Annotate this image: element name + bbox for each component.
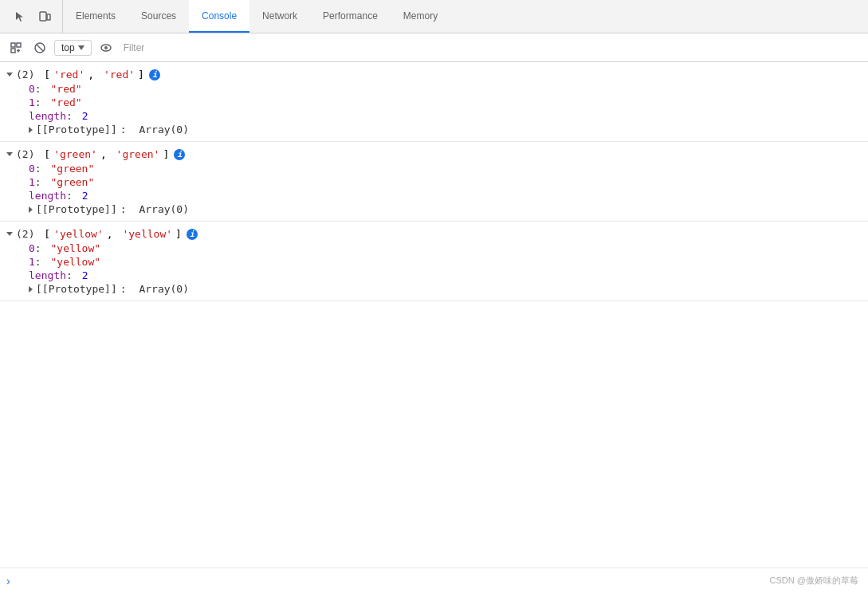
array-row-green-0: 0 : "green" bbox=[22, 162, 868, 175]
prototype-row-green[interactable]: [[Prototype]] : Array(0) bbox=[22, 202, 868, 216]
clear-console-button[interactable] bbox=[30, 38, 49, 57]
tab-console[interactable]: Console bbox=[189, 0, 249, 33]
array-row-red-1: 1 : "red" bbox=[22, 96, 868, 109]
svg-rect-0 bbox=[40, 12, 46, 21]
array-row-yellow-length: length : 2 bbox=[22, 269, 868, 282]
array-body-green: 0 : "green" 1 : "green" length : 2 [[Pro… bbox=[0, 162, 868, 216]
array-body-red: 0 : "red" 1 : "red" length : 2 [[Prototy… bbox=[0, 82, 868, 136]
array-row-yellow-0: 0 : "yellow" bbox=[22, 242, 868, 255]
array-header-green[interactable]: (2) [ 'green' , 'green' ] i bbox=[0, 147, 868, 162]
array-header-red[interactable]: (2) [ 'red' , 'red' ] i bbox=[0, 67, 868, 82]
eye-icon[interactable] bbox=[96, 38, 116, 57]
prototype-expand-icon-green bbox=[29, 206, 33, 213]
array-header-yellow[interactable]: (2) [ 'yellow' , 'yellow' ] i bbox=[0, 226, 868, 242]
expand-icon-green bbox=[6, 152, 13, 156]
array-row-yellow-1: 1 : "yellow" bbox=[22, 255, 868, 269]
tab-elements[interactable]: Elements bbox=[63, 0, 128, 33]
info-icon-yellow[interactable]: i bbox=[187, 229, 198, 240]
tab-bar: Elements Sources Console Network Perform… bbox=[0, 0, 868, 33]
prototype-row-red[interactable]: [[Prototype]] : Array(0) bbox=[22, 123, 868, 136]
prototype-expand-icon-red bbox=[29, 127, 33, 133]
svg-rect-4 bbox=[11, 49, 15, 53]
device-icon[interactable] bbox=[35, 7, 54, 26]
prompt-chevron-icon: › bbox=[6, 575, 10, 587]
array-row-red-length: length : 2 bbox=[22, 109, 868, 123]
prototype-row-yellow[interactable]: [[Prototype]] : Array(0) bbox=[22, 282, 868, 296]
info-icon-green[interactable]: i bbox=[174, 149, 185, 160]
array-row-green-length: length : 2 bbox=[22, 189, 868, 202]
array-row-red-0: 0 : "red" bbox=[22, 82, 868, 96]
tab-sources[interactable]: Sources bbox=[128, 0, 189, 33]
array-body-yellow: 0 : "yellow" 1 : "yellow" length : 2 [[P… bbox=[0, 242, 868, 296]
tab-network[interactable]: Network bbox=[249, 0, 310, 33]
run-script-button[interactable] bbox=[6, 38, 26, 57]
array-block-yellow: (2) [ 'yellow' , 'yellow' ] i 0 : "yello… bbox=[0, 222, 868, 301]
console-output: (2) [ 'red' , 'red' ] i 0 : "red" 1 : "r… bbox=[0, 62, 868, 567]
array-block-green: (2) [ 'green' , 'green' ] i 0 : "green" … bbox=[0, 142, 868, 222]
svg-rect-3 bbox=[17, 43, 21, 47]
console-toolbar: top bbox=[0, 33, 868, 62]
watermark: CSDN @傲娇味的草莓 bbox=[770, 575, 858, 587]
devtools-icons bbox=[3, 0, 63, 33]
svg-line-6 bbox=[37, 45, 43, 51]
expand-icon-yellow bbox=[6, 232, 13, 236]
expand-icon-red bbox=[6, 73, 13, 77]
cursor-icon[interactable] bbox=[11, 7, 30, 26]
svg-rect-2 bbox=[11, 43, 15, 47]
context-selector[interactable]: top bbox=[54, 40, 92, 56]
svg-rect-1 bbox=[47, 14, 50, 20]
tab-performance[interactable]: Performance bbox=[310, 0, 391, 33]
array-row-green-1: 1 : "green" bbox=[22, 175, 868, 189]
tab-memory[interactable]: Memory bbox=[391, 0, 450, 33]
console-prompt[interactable]: › bbox=[0, 567, 868, 593]
prototype-expand-icon-yellow bbox=[29, 286, 33, 293]
svg-point-8 bbox=[104, 46, 108, 49]
filter-input[interactable] bbox=[120, 41, 862, 55]
array-block-red: (2) [ 'red' , 'red' ] i 0 : "red" 1 : "r… bbox=[0, 62, 868, 142]
info-icon-red[interactable]: i bbox=[149, 69, 160, 81]
